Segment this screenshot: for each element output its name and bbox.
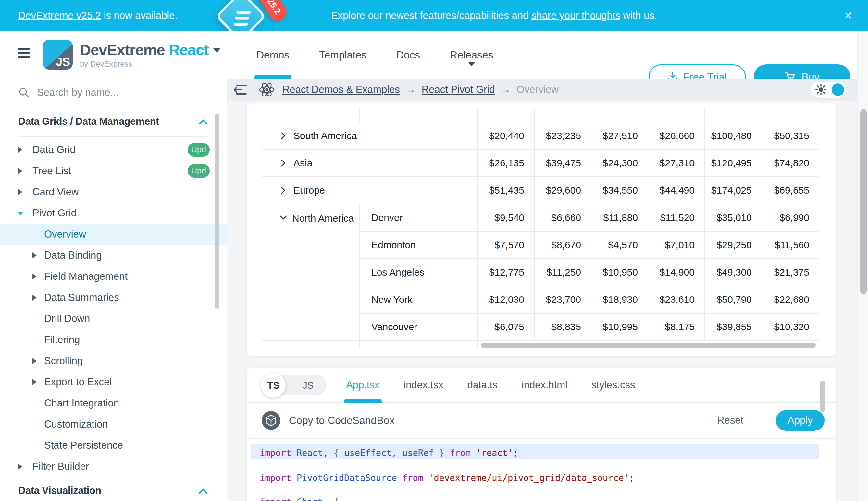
close-icon[interactable]: ✕ bbox=[837, 0, 859, 31]
sidebar-section-data-grids-data-management[interactable]: Data Grids / Data Management bbox=[18, 116, 208, 137]
expand-arrow-icon[interactable] bbox=[32, 295, 37, 300]
demo-sidebar: Data Grids / Data ManagementData GridUpd… bbox=[0, 79, 227, 501]
sidebar-section-data-visualization[interactable]: Data Visualization bbox=[18, 485, 208, 501]
language-toggle-alt[interactable]: JS bbox=[303, 375, 314, 395]
collapse-arrow-icon[interactable] bbox=[18, 212, 23, 216]
pivot-city-cell[interactable]: Edmonton bbox=[359, 231, 477, 259]
pivot-value-cell: $4,570 bbox=[591, 231, 648, 259]
share-thoughts-link[interactable]: share your thoughts bbox=[531, 10, 620, 21]
nav-item-templates[interactable]: Templates bbox=[319, 31, 366, 79]
active-nav-indicator bbox=[254, 75, 292, 79]
theme-toggle[interactable] bbox=[811, 82, 847, 98]
expand-arrow-icon[interactable] bbox=[32, 253, 37, 258]
nav-item-releases[interactable]: Releases bbox=[450, 31, 493, 79]
pivot-city-cell[interactable]: New York bbox=[359, 286, 477, 313]
pivot-value-cell: $7,010 bbox=[648, 231, 705, 259]
banner-message: Explore our newest features/capabilities… bbox=[331, 0, 657, 31]
version-link[interactable]: DevExtreme v25.2 bbox=[18, 10, 101, 21]
tab-data-ts[interactable]: data.ts bbox=[468, 368, 498, 402]
tab-styles-css[interactable]: styles.css bbox=[591, 368, 635, 402]
expand-arrow-icon[interactable] bbox=[32, 274, 37, 279]
sidebar-item-chart-integration[interactable]: Chart Integration bbox=[0, 393, 227, 414]
search-input[interactable] bbox=[37, 87, 173, 98]
code-scrollbar[interactable] bbox=[820, 381, 825, 412]
announcement-text: DevExtreme v25.2 is now available. bbox=[18, 0, 178, 31]
pivot-value-cell: $29,600 bbox=[534, 177, 591, 204]
expand-chevron-icon[interactable] bbox=[279, 186, 287, 195]
sandbox-row: Copy to CodeSandBox Reset Apply bbox=[247, 403, 836, 439]
expand-chevron-icon[interactable] bbox=[279, 159, 287, 167]
code-editor[interactable]: import React, { useEffect, useRef } from… bbox=[247, 439, 836, 501]
chevron-up-icon[interactable] bbox=[199, 116, 208, 127]
page-scrollbar-thumb[interactable] bbox=[860, 109, 867, 294]
nav-item-demos[interactable]: Demos bbox=[256, 31, 289, 79]
sidebar-item-export-to-excel[interactable]: Export to Excel bbox=[0, 371, 227, 393]
sidebar-item-scrolling[interactable]: Scrolling bbox=[0, 350, 227, 371]
sidebar-item-filter-builder[interactable]: Filter Builder bbox=[0, 456, 227, 477]
tab-app-tsx[interactable]: App.tsx bbox=[346, 368, 380, 402]
sidebar-item-tree-list[interactable]: Tree ListUpd bbox=[0, 160, 227, 181]
nav-item-label: Demos bbox=[256, 49, 289, 61]
pivot-value-cell: $10,995 bbox=[591, 313, 648, 341]
language-toggle[interactable]: TS JS bbox=[262, 375, 326, 395]
sidebar-item-state-persistence[interactable]: State Persistence bbox=[0, 435, 227, 456]
hamburger-menu-icon[interactable] bbox=[18, 48, 30, 61]
expand-arrow-icon[interactable] bbox=[18, 147, 22, 153]
pivot-hscrollbar-thumb[interactable] bbox=[481, 343, 816, 348]
pivot-value-cell: $100,480 bbox=[705, 122, 762, 149]
pivot-value-cell: $22,680 bbox=[762, 286, 819, 313]
language-toggle-knob[interactable]: TS bbox=[261, 373, 286, 398]
pivot-value-cell: $120,495 bbox=[705, 149, 762, 177]
sidebar-item-field-management[interactable]: Field Management bbox=[0, 266, 227, 287]
code-line: import React, { useEffect, useRef } from… bbox=[251, 444, 819, 459]
reset-button[interactable]: Reset bbox=[717, 415, 743, 426]
pivot-group-cell[interactable]: South America bbox=[262, 122, 477, 149]
pivot-city-cell[interactable]: Los Angeles bbox=[359, 259, 477, 286]
pivot-group-cell[interactable]: North America bbox=[262, 204, 359, 341]
tab-index-tsx[interactable]: index.tsx bbox=[404, 368, 443, 402]
hide-sidebar-icon[interactable] bbox=[232, 83, 248, 96]
apply-button[interactable]: Apply bbox=[776, 410, 824, 431]
pivot-hscrollbar[interactable] bbox=[477, 341, 819, 349]
expand-arrow-icon[interactable] bbox=[32, 379, 37, 385]
devextreme-logo[interactable]: JS bbox=[43, 40, 73, 70]
expand-arrow-icon[interactable] bbox=[18, 463, 22, 469]
breadcrumb-separator: → bbox=[406, 84, 416, 96]
expand-arrow-icon[interactable] bbox=[32, 358, 37, 364]
copy-to-codesandbox-button[interactable]: Copy to CodeSandBox bbox=[289, 415, 395, 427]
sidebar-item-data-summaries[interactable]: Data Summaries bbox=[0, 287, 227, 308]
breadcrumb-link[interactable]: React Demos & Examples bbox=[283, 84, 400, 96]
sidebar-item-filtering[interactable]: Filtering bbox=[0, 329, 227, 350]
sidebar-item-data-binding[interactable]: Data Binding bbox=[0, 245, 227, 266]
nav-dropdown-caret-icon bbox=[469, 62, 475, 66]
sidebar-item-drill-down[interactable]: Drill Down bbox=[0, 308, 227, 329]
pivot-city-cell[interactable]: Denver bbox=[359, 204, 477, 231]
expand-arrow-icon[interactable] bbox=[18, 168, 22, 174]
sidebar-scrollbar[interactable] bbox=[215, 114, 219, 309]
theme-toggle-knob[interactable] bbox=[832, 84, 844, 96]
nav-item-docs[interactable]: Docs bbox=[396, 31, 420, 79]
chevron-down-icon[interactable] bbox=[213, 49, 220, 53]
breadcrumb-link[interactable]: React Pivot Grid bbox=[422, 84, 495, 96]
pivot-city-cell[interactable]: Vancouver bbox=[359, 313, 477, 341]
brand-title[interactable]: DevExtremeReact by DevExpress bbox=[80, 41, 220, 68]
sidebar-item-pivot-grid[interactable]: Pivot Grid bbox=[0, 202, 227, 224]
expand-arrow-icon[interactable] bbox=[18, 189, 22, 195]
pivot-value-cell: $74,820 bbox=[762, 149, 819, 177]
brand-name: DevExtreme bbox=[80, 41, 165, 58]
pivot-value-cell: $27,510 bbox=[591, 122, 648, 149]
expand-chevron-icon[interactable] bbox=[279, 131, 287, 140]
pivot-value-cell: $50,315 bbox=[762, 122, 819, 149]
pivot-group-cell[interactable]: Asia bbox=[262, 149, 477, 177]
pivot-group-label: South America bbox=[294, 130, 357, 141]
sidebar-item-customization[interactable]: Customization bbox=[0, 414, 227, 435]
sidebar-item-card-view[interactable]: Card View bbox=[0, 181, 227, 202]
collapse-chevron-icon[interactable] bbox=[279, 213, 288, 221]
pivot-value-cell: $8,670 bbox=[534, 231, 591, 259]
sidebar-item-data-grid[interactable]: Data GridUpd bbox=[0, 139, 227, 160]
tab-index-html[interactable]: index.html bbox=[521, 368, 568, 402]
pivot-group-cell[interactable]: Europe bbox=[262, 177, 477, 204]
chevron-up-icon[interactable] bbox=[199, 485, 208, 497]
sidebar-item-overview[interactable]: Overview bbox=[0, 224, 227, 245]
codesandbox-icon[interactable] bbox=[262, 411, 281, 430]
